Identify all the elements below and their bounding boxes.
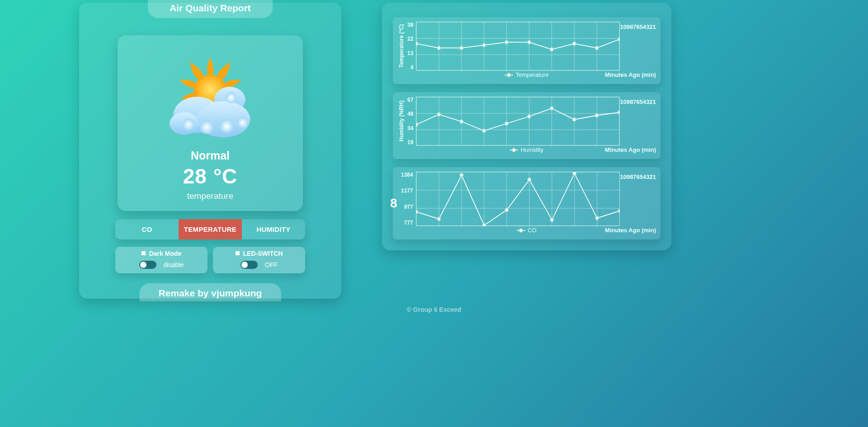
led-switch-state: OFF <box>265 261 278 268</box>
plot-area <box>416 172 620 226</box>
svg-point-28 <box>505 40 508 44</box>
legend-marker-icon <box>517 230 525 231</box>
legend-label: CO <box>528 227 537 234</box>
dark-mode-switch[interactable] <box>139 261 156 269</box>
svg-point-26 <box>460 46 463 50</box>
svg-point-53 <box>528 115 531 118</box>
svg-point-57 <box>618 111 620 114</box>
metric-label: temperature <box>122 191 298 201</box>
segment-co[interactable]: CO <box>115 219 179 239</box>
svg-point-25 <box>438 46 441 50</box>
plot-area <box>416 22 620 70</box>
segment-humidity[interactable]: HUMIDITY <box>242 219 305 239</box>
svg-point-77 <box>528 178 531 182</box>
segment-temperature[interactable]: TEMPERATURE <box>179 219 242 239</box>
svg-point-32 <box>595 46 599 50</box>
svg-point-51 <box>482 129 486 132</box>
dark-mode-card: Dark Mode disable <box>115 247 208 273</box>
svg-point-74 <box>460 174 463 177</box>
dark-mode-title: Dark Mode <box>149 250 182 257</box>
led-switch-card: LED-SWITCH OFF <box>213 247 305 273</box>
y-axis-label: Temperature (°C) <box>397 22 406 70</box>
svg-point-75 <box>482 223 486 226</box>
svg-point-81 <box>618 209 620 213</box>
svg-point-50 <box>460 120 463 123</box>
svg-point-7 <box>220 119 234 133</box>
svg-point-9 <box>226 92 237 103</box>
reading-value: 28 °C <box>122 164 298 188</box>
x-ticks: 10987654321 <box>620 172 656 226</box>
x-ticks: 10987654321 <box>620 97 656 145</box>
y-ticks: 13841177977777 <box>399 172 416 226</box>
svg-point-48 <box>416 123 418 127</box>
page-footer: © Group 6 Exceed <box>79 306 789 313</box>
svg-point-76 <box>505 208 508 212</box>
co-chart: 8 13841177977777 10987654321 CO Minutes … <box>393 167 660 239</box>
legend: Temperature <box>505 71 549 78</box>
current-reading-card: Normal 28 °C temperature <box>118 35 303 211</box>
legend-marker-icon <box>510 150 518 150</box>
led-switch-title: LED-SWITCH <box>243 250 283 257</box>
humidity-chart: Humidity (%RH) 67493419 10987654321 Humi… <box>393 92 660 159</box>
temperature-chart: Temperature (°C) 3822134 10987654321 Tem… <box>393 17 660 84</box>
summary-panel: Air Quality Report <box>79 3 341 299</box>
plot-area <box>416 97 620 145</box>
square-icon <box>236 251 240 255</box>
svg-point-56 <box>595 114 599 117</box>
svg-point-55 <box>573 118 576 122</box>
y-ticks: 67493419 <box>406 97 416 145</box>
svg-point-31 <box>573 42 576 46</box>
dark-mode-state: disable <box>164 261 184 268</box>
y-ticks: 3822134 <box>406 22 416 70</box>
legend: Humidity <box>510 146 544 153</box>
legend-marker-icon <box>505 75 513 75</box>
svg-point-6 <box>200 120 214 134</box>
svg-point-29 <box>528 40 531 44</box>
x-axis-label: Minutes Ago (min) <box>605 227 656 234</box>
legend: CO <box>517 227 537 234</box>
svg-point-24 <box>416 42 418 46</box>
x-axis-label: Minutes Ago (min) <box>605 146 656 153</box>
legend-label: Humidity <box>521 146 544 153</box>
svg-point-73 <box>437 217 440 221</box>
y-axis-label <box>397 172 399 226</box>
svg-point-72 <box>416 210 418 214</box>
y-axis-label: Humidity (%RH) <box>397 97 406 145</box>
svg-point-78 <box>550 218 553 222</box>
svg-point-79 <box>573 172 576 175</box>
svg-point-80 <box>595 216 599 220</box>
charts-panel: Temperature (°C) 3822134 10987654321 Tem… <box>382 3 671 250</box>
x-ticks: 10987654321 <box>620 22 656 70</box>
svg-point-52 <box>505 122 508 126</box>
led-switch[interactable] <box>241 261 258 269</box>
metric-segment: CO TEMPERATURE HUMIDITY <box>115 219 305 239</box>
svg-point-33 <box>618 38 620 41</box>
x-axis-label: Minutes Ago (min) <box>605 71 656 78</box>
svg-point-30 <box>550 47 553 51</box>
footer-tab: Remake by vjumpkung <box>140 283 281 301</box>
legend-label: Temperature <box>516 71 549 78</box>
svg-point-5 <box>183 118 195 131</box>
square-icon <box>142 251 146 255</box>
svg-point-49 <box>438 113 441 116</box>
page-title: Air Quality Report <box>148 0 273 18</box>
status-label: Normal <box>122 149 298 162</box>
overlay-number: 8 <box>390 196 397 211</box>
svg-point-54 <box>550 107 553 110</box>
svg-point-27 <box>482 43 486 47</box>
svg-point-8 <box>237 117 248 128</box>
sun-cloud-icon <box>158 48 262 147</box>
